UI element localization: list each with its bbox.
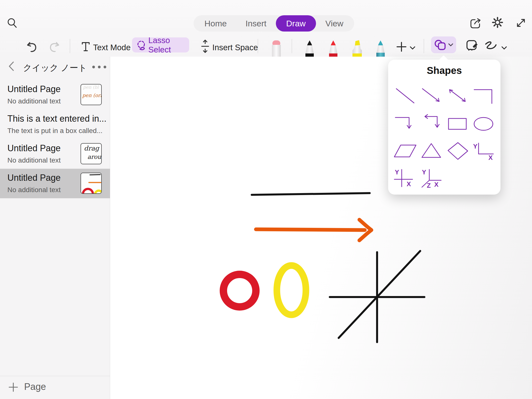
lasso-select-button[interactable]: Lasso Select	[132, 37, 189, 52]
lasso-icon	[136, 38, 146, 52]
ink-orange-arrow[interactable]	[256, 220, 371, 240]
thumb-text: arou	[87, 153, 101, 160]
text-mode-button[interactable]: Text Mode	[93, 38, 131, 57]
page-title: Untitled Page	[7, 173, 61, 183]
svg-text:Y: Y	[473, 143, 477, 150]
shape-diagonal-line[interactable]	[393, 85, 417, 106]
redo-icon[interactable]	[48, 40, 61, 53]
thumb-sketch	[81, 173, 101, 193]
insert-space-icon[interactable]	[200, 39, 210, 54]
teal-pen-tool[interactable]	[373, 39, 388, 57]
ink-squiggle-icon[interactable]	[483, 40, 499, 52]
page-subtitle: No additional text	[7, 186, 61, 194]
app-chrome: Home Insert Draw View Text Mode	[0, 0, 532, 57]
shapes-grid: Y X Y X Y Z X	[392, 82, 497, 191]
shape-axes-2d-corner[interactable]: Y X	[471, 140, 496, 161]
shapes-tool-button[interactable]	[431, 36, 456, 53]
svg-text:X: X	[407, 180, 411, 188]
page-thumbnail	[81, 173, 102, 194]
page-subtitle: No additional text	[7, 97, 61, 105]
insert-space-button[interactable]: Insert Space	[212, 38, 258, 57]
shape-axes-3d[interactable]: Y Z X	[419, 167, 444, 188]
shape-diagonal-arrow[interactable]	[419, 85, 444, 106]
page-thumbnail: pen (bl pen (ora	[81, 84, 102, 105]
shape-rectangle[interactable]	[445, 113, 470, 134]
page-subtitle: The text is put in a box called...	[7, 127, 102, 135]
svg-text:Z: Z	[427, 182, 431, 188]
thumb-text: pen (ora	[82, 92, 102, 98]
page-title: This is a text entered in...	[7, 114, 106, 124]
svg-text:X: X	[434, 181, 439, 188]
shape-elbow-line[interactable]	[471, 85, 496, 106]
shape-ellipse[interactable]	[471, 113, 496, 134]
thumb-text: pen (bl	[83, 84, 99, 90]
ink-black-line[interactable]	[252, 193, 370, 195]
shapes-circle-square-icon	[434, 39, 447, 51]
shape-diagonal-double-arrow[interactable]	[445, 85, 470, 106]
share-icon[interactable]	[469, 16, 482, 29]
search-icon[interactable]	[6, 17, 18, 30]
shapes-popover: Shapes	[388, 60, 500, 195]
svg-text:Y: Y	[422, 168, 426, 176]
page-item-4-selected[interactable]: Untitled Page No additional text	[0, 169, 110, 198]
settings-gear-icon[interactable]	[491, 16, 504, 29]
fullscreen-expand-icon[interactable]	[515, 17, 527, 29]
add-pen-chevron-down-icon[interactable]	[409, 46, 416, 50]
shape-diamond[interactable]	[445, 140, 470, 161]
toolbar-divider	[70, 39, 70, 53]
eraser-tool[interactable]	[268, 39, 284, 57]
undo-icon[interactable]	[26, 40, 38, 53]
shape-parallelogram[interactable]	[393, 140, 417, 161]
shapes-popover-title: Shapes	[388, 65, 500, 76]
page-title: Untitled Page	[7, 143, 61, 153]
ribbon-tabs: Home Insert Draw View	[194, 15, 354, 32]
tab-draw[interactable]: Draw	[276, 15, 316, 32]
page-thumbnail: drag arou	[81, 143, 102, 164]
tab-view[interactable]: View	[316, 15, 353, 32]
ink-yellow-ellipse[interactable]	[277, 266, 306, 315]
add-page-button[interactable]: Page	[24, 382, 46, 392]
page-item-3[interactable]: Untitled Page No additional text drag ar…	[0, 139, 110, 169]
toolbar-divider	[258, 39, 258, 53]
svg-text:X: X	[488, 154, 493, 161]
shapes-chevron-down-icon	[448, 43, 453, 47]
red-pen-tool[interactable]	[326, 39, 341, 57]
svg-text:Y: Y	[395, 168, 399, 176]
page-subtitle: No additional text	[7, 156, 61, 164]
add-page-plus-icon[interactable]	[8, 382, 19, 393]
shape-elbow-double-arrow[interactable]	[419, 113, 444, 134]
ink-axes-asterisk[interactable]	[330, 251, 424, 342]
shape-elbow-arrow-down[interactable]	[393, 113, 417, 134]
shape-triangle[interactable]	[419, 140, 444, 161]
page-item-2[interactable]: This is a text entered in... The text is…	[0, 110, 110, 139]
text-mode-icon[interactable]	[80, 41, 91, 52]
black-pen-tool[interactable]	[302, 39, 317, 57]
ink-chevron-down-icon[interactable]	[501, 46, 507, 50]
toolbar-divider	[424, 39, 424, 53]
page-item-1[interactable]: Untitled Page No additional text pen (bl…	[0, 80, 110, 110]
page-title: Untitled Page	[7, 84, 61, 94]
sidebar-footer-divider	[0, 376, 110, 376]
yellow-highlighter-tool[interactable]	[349, 39, 365, 57]
tab-insert[interactable]: Insert	[236, 15, 276, 32]
sticky-note-icon[interactable]	[465, 39, 478, 52]
add-pen-plus-icon[interactable]	[396, 41, 407, 53]
tab-home[interactable]: Home	[195, 15, 236, 32]
more-menu-ellipsis-icon[interactable]	[92, 65, 107, 69]
lasso-select-label: Lasso Select	[148, 36, 189, 54]
thumb-text: drag	[84, 145, 99, 152]
shape-axes-2d-cross[interactable]: Y X	[393, 167, 417, 188]
ink-red-circle[interactable]	[223, 274, 256, 307]
toolbar-divider	[292, 39, 292, 53]
